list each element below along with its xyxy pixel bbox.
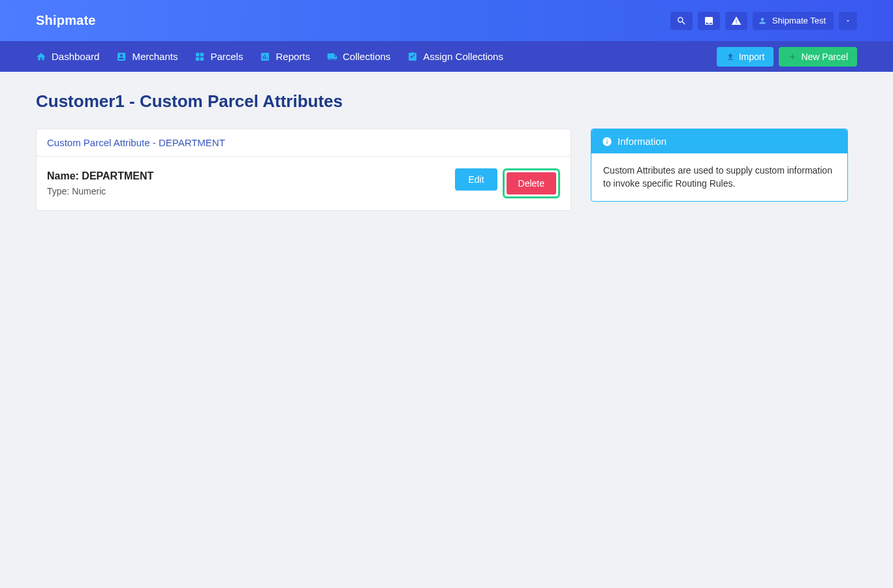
parcels-icon (195, 52, 205, 62)
attribute-type: Type: Numeric (47, 186, 153, 196)
layout-row: Custom Parcel Attribute - DEPARTMENT Nam… (36, 129, 857, 211)
chevron-down-icon (845, 18, 851, 24)
inbox-button[interactable] (698, 12, 720, 30)
new-parcel-button[interactable]: New Parcel (779, 47, 857, 67)
nav-label: Parcels (210, 51, 243, 62)
assign-icon (407, 52, 418, 62)
page-title: Customer1 - Custom Parcel Attributes (36, 91, 857, 112)
import-button[interactable]: Import (717, 47, 774, 67)
user-label: Shipmate Test (772, 16, 826, 25)
attribute-info: Name: DEPARTMENT Type: Numeric (47, 170, 153, 196)
nav-right: Import New Parcel (717, 47, 857, 67)
side-column: Information Custom Attributes are used t… (591, 129, 848, 202)
nav-left: Dashboard Merchants Parcels Reports Coll… (36, 51, 503, 62)
truck-icon (327, 52, 337, 62)
delete-highlight: Delete (503, 168, 560, 198)
info-card: Information Custom Attributes are used t… (591, 129, 848, 202)
person-icon (758, 16, 767, 25)
merchants-icon (116, 52, 127, 62)
card-header: Custom Parcel Attribute - DEPARTMENT (37, 129, 571, 157)
import-label: Import (739, 52, 765, 62)
home-icon (36, 52, 46, 62)
nav-label: Merchants (132, 51, 178, 62)
nav-assign-collections[interactable]: Assign Collections (407, 51, 503, 62)
delete-button[interactable]: Delete (507, 172, 556, 194)
nav-bar: Dashboard Merchants Parcels Reports Coll… (0, 41, 893, 72)
content: Customer1 - Custom Parcel Attributes Cus… (0, 72, 893, 230)
card-body: Name: DEPARTMENT Type: Numeric Edit Dele… (37, 157, 571, 210)
nav-label: Collections (343, 51, 390, 62)
brand-logo[interactable]: Shipmate (36, 13, 96, 28)
upload-icon (726, 52, 735, 61)
nav-label: Dashboard (52, 51, 99, 62)
user-menu[interactable]: Shipmate Test (753, 12, 834, 30)
nav-merchants[interactable]: Merchants (116, 51, 178, 62)
plus-icon (788, 52, 797, 61)
header-actions: Shipmate Test (670, 12, 857, 30)
main-column: Custom Parcel Attribute - DEPARTMENT Nam… (36, 129, 571, 211)
inbox-icon (704, 16, 714, 26)
search-button[interactable] (670, 12, 693, 30)
reports-icon (260, 52, 270, 62)
nav-label: Reports (275, 51, 310, 62)
info-header: Information (591, 129, 847, 153)
attribute-actions: Edit Delete (455, 168, 560, 198)
user-dropdown[interactable] (839, 12, 857, 30)
edit-button[interactable]: Edit (455, 168, 497, 191)
search-icon (676, 16, 687, 26)
alert-button[interactable] (725, 12, 747, 30)
attribute-name: Name: DEPARTMENT (47, 170, 153, 182)
warning-icon (731, 16, 742, 26)
info-title: Information (618, 136, 666, 147)
nav-collections[interactable]: Collections (327, 51, 390, 62)
header-top: Shipmate Shipmate Test (0, 0, 893, 41)
info-icon (602, 136, 612, 147)
nav-label: Assign Collections (423, 51, 503, 62)
nav-parcels[interactable]: Parcels (195, 51, 243, 62)
nav-reports[interactable]: Reports (260, 51, 310, 62)
attribute-card: Custom Parcel Attribute - DEPARTMENT Nam… (36, 129, 571, 211)
nav-dashboard[interactable]: Dashboard (36, 51, 99, 62)
info-body: Custom Attributes are used to supply cus… (591, 153, 847, 201)
new-parcel-label: New Parcel (801, 52, 848, 62)
